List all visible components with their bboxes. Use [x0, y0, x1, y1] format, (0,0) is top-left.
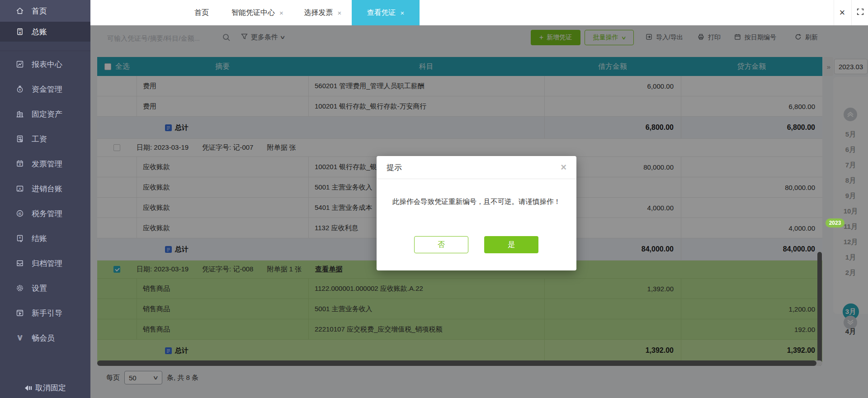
sidebar-item-label: 新手引导 [32, 308, 62, 318]
fullscreen-button[interactable] [851, 0, 868, 25]
tab-smart-voucher-center[interactable]: 智能凭证中心× [222, 0, 292, 25]
fullscreen-icon [856, 8, 864, 18]
sidebar-item-payroll[interactable]: 工资 [0, 129, 90, 149]
dialog-close-icon[interactable]: × [561, 162, 566, 172]
sidebar-item-label: 设置 [32, 283, 47, 294]
settle-icon: ¥ [15, 234, 24, 243]
sidebar-item-label: 资金管理 [32, 84, 62, 95]
sidebar-item-report-center[interactable]: 报表中心 [0, 54, 90, 74]
counter-icon: ¥ [15, 184, 24, 193]
app-window: 首页¥总账报表中心¥资金管理固定资产工资¥发票管理¥进销台账税税务管理¥结账归档… [0, 0, 868, 398]
tab-label: 首页 [194, 8, 209, 18]
report-icon [15, 60, 24, 69]
sidebar-item-label: 归档管理 [32, 258, 62, 269]
archive-icon [15, 259, 24, 268]
sidebar-item-label: 固定资产 [32, 109, 62, 119]
tab-view-voucher[interactable]: 查看凭证× [352, 0, 420, 25]
sidebar-item-beginner-guide[interactable]: 新手引导 [0, 303, 90, 323]
sidebar: 首页¥总账报表中心¥资金管理固定资产工资¥发票管理¥进销台账税税务管理¥结账归档… [0, 0, 90, 398]
sidebar-item-label: 工资 [32, 134, 47, 144]
dialog-no-button[interactable]: 否 [414, 236, 468, 253]
sidebar-item-closing[interactable]: ¥结账 [0, 228, 90, 248]
tab-close-icon[interactable]: × [279, 9, 283, 17]
sidebar-item-member[interactable]: V畅会员 [0, 328, 90, 348]
tab-label: 查看凭证 [367, 8, 396, 18]
tax-icon: 税 [15, 209, 24, 218]
tab-select-invoice[interactable]: 选择发票× [298, 0, 347, 25]
main-content: 更多条件 ∨ + 新增凭证 批量操作 ∨ 导入/导出 打印 按日 [90, 25, 868, 398]
collapse-left-icon [24, 384, 33, 391]
tab-close-icon[interactable]: × [401, 9, 405, 17]
close-window-button[interactable]: × [834, 0, 850, 25]
sidebar-item-home[interactable]: 首页 [0, 0, 90, 22]
invoice-icon: ¥ [15, 159, 24, 168]
sidebar-item-label: 税务管理 [32, 208, 62, 219]
close-icon: × [840, 7, 845, 19]
sidebar-item-label: 总账 [32, 27, 47, 37]
tab-label: 智能凭证中心 [231, 8, 275, 18]
asset-icon [15, 109, 24, 118]
sidebar-item-label: 报表中心 [32, 59, 62, 70]
ledger-icon: ¥ [15, 27, 24, 36]
home-icon [15, 6, 24, 15]
tab-close-icon[interactable]: × [338, 9, 342, 17]
sidebar-item-fund-management[interactable]: ¥资金管理 [0, 79, 90, 99]
sidebar-item-purchase-sale-ledger[interactable]: ¥进销台账 [0, 179, 90, 199]
confirm-dialog: 提示 × 此操作会导致凭证重新编号，且不可逆。请谨慎操作！ 否 是 [377, 156, 576, 270]
sidebar-divider [0, 51, 90, 51]
sidebar-item-invoice-management[interactable]: ¥发票管理 [0, 154, 90, 174]
svg-text:V: V [18, 334, 22, 341]
svg-text:税: 税 [19, 212, 22, 216]
sidebar-item-label: 结账 [32, 233, 47, 244]
fund-icon: ¥ [15, 85, 24, 94]
sidebar-item-archive-management[interactable]: 归档管理 [0, 253, 90, 273]
tab-bar: 首页智能凭证中心×选择发票×查看凭证× × [90, 0, 868, 25]
gear-icon [15, 284, 24, 293]
wage-icon [15, 134, 24, 143]
svg-text:¥: ¥ [19, 88, 21, 91]
unpin-sidebar-button[interactable]: 取消固定 [0, 380, 90, 395]
member-icon: V [15, 333, 24, 342]
dialog-title: 提示 [387, 162, 402, 173]
sidebar-item-label: 发票管理 [32, 159, 62, 169]
unpin-label: 取消固定 [35, 383, 66, 393]
guide-icon [15, 308, 24, 317]
sidebar-item-label: 首页 [32, 6, 47, 16]
dialog-yes-button[interactable]: 是 [484, 236, 538, 253]
tab-home[interactable]: 首页 [188, 0, 216, 25]
sidebar-item-label: 进销台账 [32, 184, 62, 194]
sidebar-item-general-ledger[interactable]: ¥总账 [0, 22, 90, 42]
dialog-message: 此操作会导致凭证重新编号，且不可逆。请谨慎操作！ [377, 197, 576, 207]
svg-text:¥: ¥ [19, 31, 21, 35]
svg-text:¥: ¥ [19, 187, 21, 190]
sidebar-item-label: 畅会员 [32, 333, 55, 343]
sidebar-item-settings[interactable]: 设置 [0, 278, 90, 298]
year-badge: 2023 [826, 218, 844, 227]
svg-text:¥: ¥ [19, 236, 21, 239]
sidebar-item-tax-management[interactable]: 税税务管理 [0, 204, 90, 223]
sidebar-item-fixed-assets[interactable]: 固定资产 [0, 104, 90, 124]
svg-text:¥: ¥ [19, 163, 21, 166]
tab-label: 选择发票 [304, 8, 333, 18]
